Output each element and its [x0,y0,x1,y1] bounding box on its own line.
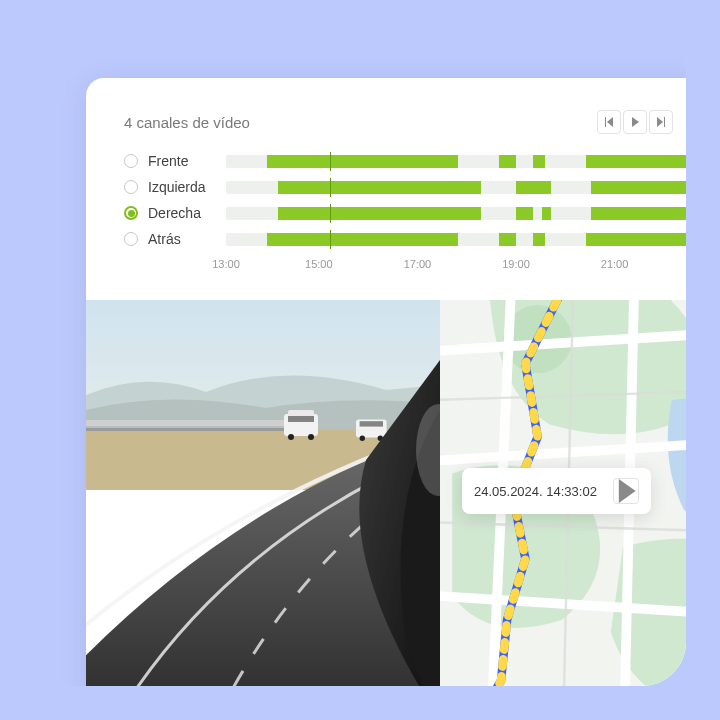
map-view[interactable]: 24.05.2024. 14:33:02 [440,300,686,686]
playhead-icon[interactable] [330,230,331,249]
playback-controls [597,110,673,134]
timeline-segment [278,181,481,194]
timeline-segment [533,233,545,246]
map-play-button[interactable] [613,478,639,504]
channel-radio[interactable] [124,232,138,246]
channel-row: Izquierda [124,174,686,200]
timeline-tick: 21:00 [601,258,629,270]
channel-radio[interactable] [124,180,138,194]
timeline-segment [267,155,458,168]
timeline-segment [516,181,551,194]
playhead-icon[interactable] [330,178,331,197]
channel-radio[interactable] [124,206,138,220]
timeline-segment [591,181,686,194]
panel-title: 4 canales de vídeo [124,114,250,131]
channel-row: Frente [124,148,686,174]
svg-point-7 [288,434,294,440]
timeline-segment [586,233,686,246]
channel-label: Frente [148,153,226,169]
timeline-segment [499,155,516,168]
svg-point-8 [308,434,314,440]
channel-label: Izquierda [148,179,226,195]
timeline-ticks: 13:0015:0017:0019:0021:0023:0001:00 [226,258,686,274]
timeline-track[interactable] [226,233,686,246]
svg-rect-6 [288,416,314,422]
timeline-segment [533,155,545,168]
timeline-segment [267,233,458,246]
skip-back-button[interactable] [597,110,621,134]
playhead-icon[interactable] [330,204,331,223]
svg-rect-3 [86,428,286,431]
playhead-icon[interactable] [330,152,331,171]
skip-forward-button[interactable] [649,110,673,134]
play-button[interactable] [623,110,647,134]
channel-row: Derecha [124,200,686,226]
timeline-tick: 17:00 [404,258,432,270]
timeline-track[interactable] [226,181,686,194]
timeline-segment [499,233,516,246]
timeline-segment [591,207,686,220]
svg-rect-10 [360,421,383,426]
video-panel: 4 canales de vídeo 14:33:02 FrenteIzquie… [86,78,686,686]
channel-radio[interactable] [124,154,138,168]
media-row: 24.05.2024. 14:33:02 [86,300,686,686]
map-timestamp-popup: 24.05.2024. 14:33:02 [462,468,651,514]
svg-rect-2 [86,420,286,426]
channel-label: Atrás [148,231,226,247]
timeline-tick: 15:00 [305,258,333,270]
header: 4 canales de vídeo 14:33:02 [124,110,686,134]
video-preview[interactable] [86,300,440,686]
channel-row: Atrás [124,226,686,252]
svg-point-11 [360,436,365,441]
timeline-segment [278,207,481,220]
timeline-segment [586,155,686,168]
timeline-track[interactable] [226,155,686,168]
timeline-segment [542,207,551,220]
channel-list: FrenteIzquierdaDerechaAtrás [124,148,686,252]
channel-label: Derecha [148,205,226,221]
timeline-track[interactable] [226,207,686,220]
timeline-segment [516,207,533,220]
timeline-tick: 13:00 [212,258,240,270]
timeline-tick: 19:00 [502,258,530,270]
map-timestamp-text: 24.05.2024. 14:33:02 [474,484,597,499]
